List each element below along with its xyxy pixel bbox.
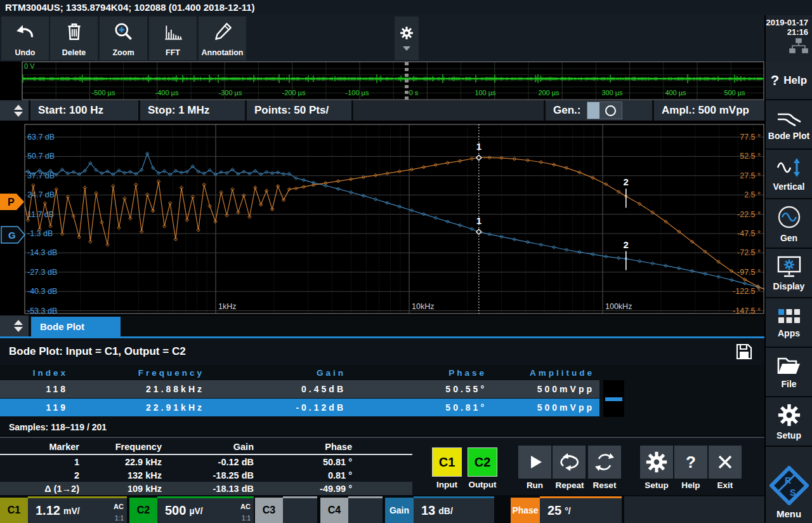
phase-tag[interactable]: Phase <box>511 498 540 523</box>
phase-axis-label: 52.5 ° <box>740 152 761 161</box>
phase-scale-field[interactable]: 25 °/ <box>540 496 622 523</box>
gain-scale-field[interactable]: 13 dB/ <box>414 496 494 523</box>
gain-axis-label: 63.7 dB <box>27 133 55 142</box>
gen-label: Gen.: <box>553 100 580 121</box>
gain-axis-label: -14.3 dB <box>27 248 57 257</box>
phase-axis-label: -122.5 ° <box>733 287 761 296</box>
reset-button[interactable] <box>588 446 621 479</box>
freq-axis-label: 100kHz <box>605 302 632 311</box>
settings-spacer <box>353 100 544 121</box>
sidebar-item-label: Setup <box>776 430 801 440</box>
gen-toggle-knob <box>599 102 622 119</box>
points-field[interactable]: Points: 50 Pts/ <box>247 100 351 121</box>
amplitude-value: Ampl.: 500 mVpp <box>662 104 749 116</box>
gen-toggle-field[interactable]: Gen.: <box>546 100 652 121</box>
repeat-icon <box>557 451 581 473</box>
date-text: 2019-01-17 <box>766 18 808 27</box>
c3-tag[interactable]: C3 <box>255 498 283 523</box>
sidebar-item-vertical[interactable]: Vertical <box>766 150 812 199</box>
amplitude-field[interactable]: Ampl.: 500 mVpp <box>654 100 764 121</box>
table-row-selected[interactable]: 119 22.91kHz -0.12dB 50.81° 500mVpp <box>0 399 599 416</box>
waveform-strip[interactable]: -500 µs-400 µs-300 µs-200 µs-100 µs0 s10… <box>0 62 764 100</box>
annotation-button[interactable]: Annotation <box>199 17 246 60</box>
result-table-header: Index Frequency Gain Phase Amplitude <box>0 365 764 380</box>
undo-button[interactable]: Undo <box>1 17 49 60</box>
marker-panel: Marker Frequency Gain Phase 1 22.9 kHz -… <box>0 437 764 495</box>
sidebar-item-gen[interactable]: Gen <box>766 199 812 249</box>
c2-tag[interactable]: C2 <box>129 498 157 523</box>
sidebar-item-help[interactable]: ? Help <box>766 62 812 100</box>
exit-label: Exit <box>709 480 742 490</box>
gain-tag[interactable]: Gain <box>385 498 414 523</box>
col-index: Index <box>0 368 86 378</box>
table-scrollbar[interactable] <box>603 380 624 417</box>
sidebar-item-label: Apps <box>778 328 800 338</box>
phase-axis-label: -22.5 ° <box>737 210 761 219</box>
freq-axis-label: 10kHz <box>412 302 434 311</box>
settings-collapse-widget[interactable] <box>0 100 29 121</box>
zoom-button[interactable]: Zoom <box>100 17 147 60</box>
reset-label: Reset <box>587 480 622 490</box>
marker-2-label: 2 <box>624 239 629 250</box>
folder-icon <box>776 355 802 376</box>
run-button[interactable] <box>518 446 551 479</box>
sidebar-item-bode-plot[interactable]: Bode Plot <box>766 100 812 150</box>
sidebar: ? Help Bode Plot Vertical Gen <box>764 62 812 523</box>
phase-axis-label: -47.5 ° <box>737 229 761 238</box>
undo-label: Undo <box>15 48 36 57</box>
result-table: Index Frequency Gain Phase Amplitude 118… <box>0 365 764 419</box>
exit-button[interactable] <box>709 446 742 479</box>
repeat-label: Repeat <box>550 480 589 490</box>
sidebar-item-display[interactable]: Display <box>766 249 812 298</box>
bode-settings-bar: Start: 100 Hz Stop: 1 MHz Points: 50 Pts… <box>0 100 764 121</box>
tab-bode-plot[interactable]: Bode Plot <box>31 317 121 337</box>
question-icon: ? <box>771 72 779 89</box>
scrollbar-handle[interactable] <box>605 397 622 401</box>
fft-button[interactable]: FFT <box>149 17 197 60</box>
generator-icon <box>776 204 802 230</box>
c1-tag[interactable]: C1 <box>0 498 28 523</box>
c3-scale-field[interactable] <box>283 496 317 523</box>
c1-scale-field[interactable]: 1.12 mV/ AC 1:1 <box>28 496 127 523</box>
bode-plot-area[interactable]: 63.7 dB50.7 dB37.7 dB24.7 dB11.7 dB-1.3 … <box>0 121 764 315</box>
time-axis-label: -400 µs <box>155 89 179 96</box>
time-axis-label: 400 µs <box>665 89 686 96</box>
help-button[interactable]: ? <box>674 446 707 479</box>
time-axis-label: 200 µs <box>538 89 560 96</box>
device-id-text: RTM3004US; 1335.8794K04; 102088 (01.400 … <box>5 2 255 13</box>
rtm3004-screen: RTM3004US; 1335.8794K04; 102088 (01.400 … <box>0 0 812 523</box>
delete-button[interactable]: Delete <box>50 17 98 60</box>
sidebar-item-setup[interactable]: Setup <box>766 397 812 447</box>
start-frequency-field[interactable]: Start: 100 Hz <box>30 100 138 121</box>
table-row[interactable]: 118 21.88kHz 0.45dB 50.55° 500mVpp <box>0 380 599 398</box>
c4-scale-field[interactable] <box>348 496 383 523</box>
bode-plot-canvas: 63.7 dB50.7 dB37.7 dB24.7 dB11.7 dB-1.3 … <box>0 121 764 315</box>
menu-button[interactable]: R S Menu <box>766 447 812 522</box>
sidebar-item-file[interactable]: File <box>766 348 812 397</box>
gain-tag-letter: G <box>8 230 16 241</box>
time-axis-label: 100 µs <box>475 89 496 96</box>
repeat-button[interactable] <box>553 446 586 479</box>
svg-text:R: R <box>785 475 791 486</box>
toolbar: Undo Delete Zoom FFT <box>0 15 764 62</box>
marker-row-delta: Δ (1→2) 109 kHz -18.13 dB -49.99 ° <box>0 482 412 495</box>
save-button[interactable] <box>731 341 757 362</box>
c4-tag[interactable]: C4 <box>320 498 348 523</box>
setup-button[interactable] <box>640 446 673 479</box>
gain-axis-label: 11.7 dB <box>27 210 54 219</box>
output-channel-button[interactable]: C2 <box>468 447 497 477</box>
input-channel-button[interactable]: C1 <box>432 447 462 477</box>
marker-1-point[interactable] <box>476 155 481 160</box>
c2-scale-field[interactable]: 500 µV/ AC 1:1 <box>157 496 254 523</box>
stop-frequency-field[interactable]: Stop: 1 MHz <box>140 100 245 121</box>
delete-label: Delete <box>62 48 86 57</box>
gen-toggle[interactable] <box>587 102 622 119</box>
time-axis-label: -300 µs <box>219 89 242 96</box>
apps-grid-icon <box>777 307 801 325</box>
sidebar-item-label: Vertical <box>773 182 805 192</box>
phase-tag-letter: P <box>8 197 15 208</box>
toolbar-config-button[interactable] <box>395 17 419 60</box>
tab-collapse-widget[interactable] <box>0 315 29 336</box>
sidebar-item-apps[interactable]: Apps <box>766 298 812 348</box>
zero-volt-label: 0 V <box>24 62 35 70</box>
